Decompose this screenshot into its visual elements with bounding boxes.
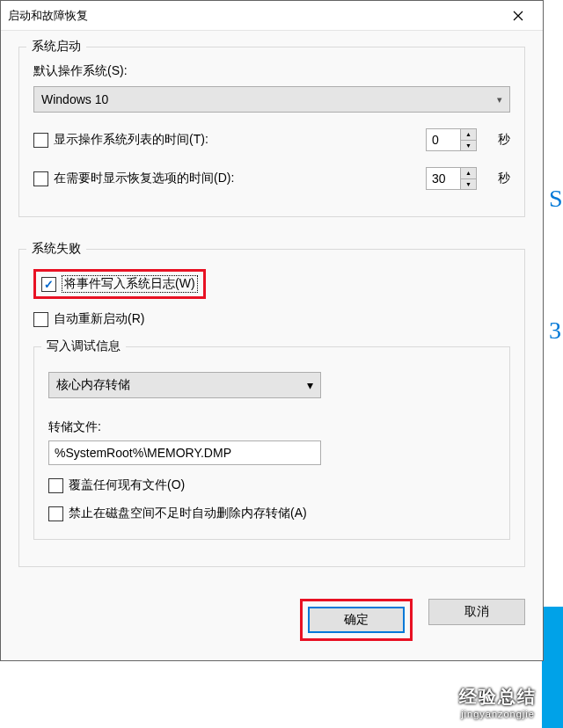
debug-type-value: 核心内存转储 xyxy=(56,377,130,393)
write-event-log-checkbox[interactable] xyxy=(41,277,56,292)
group-legend: 写入调试信息 xyxy=(41,339,126,354)
show-recovery-value[interactable] xyxy=(426,167,461,190)
watermark-title: 经验总结 xyxy=(459,685,537,709)
show-os-list-value[interactable] xyxy=(426,128,461,151)
titlebar: 启动和故障恢复 xyxy=(1,1,543,31)
cancel-button[interactable]: 取消 xyxy=(428,599,525,625)
default-os-label: 默认操作系统(S): xyxy=(33,63,510,79)
show-os-list-label: 显示操作系统列表的时间(T): xyxy=(54,132,208,148)
dialog-content: 系统启动 默认操作系统(S): Windows 10 ▾ 显示操作系统列表的时间… xyxy=(1,31,543,660)
show-recovery-spinner[interactable]: ▲ ▼ xyxy=(426,167,479,190)
show-recovery-checkbox[interactable] xyxy=(33,171,48,186)
dump-file-label: 转储文件: xyxy=(48,419,495,435)
spinner-down-icon[interactable]: ▼ xyxy=(461,179,476,190)
system-failure-group: 系统失败 将事件写入系统日志(W) 自动重新启动(R) 写入调试信息 核心内存转… xyxy=(18,249,525,567)
bg-letter: S xyxy=(549,185,563,213)
write-event-log-label: 将事件写入系统日志(W) xyxy=(62,275,198,293)
debug-type-dropdown[interactable]: 核心内存转储 ▾ xyxy=(48,372,321,398)
background-strip: S 3 xyxy=(542,35,563,728)
close-icon xyxy=(513,11,523,21)
bg-letter: 3 xyxy=(549,317,561,345)
ok-button[interactable]: 确定 xyxy=(308,607,405,633)
system-startup-group: 系统启动 默认操作系统(S): Windows 10 ▾ 显示操作系统列表的时间… xyxy=(18,47,525,217)
disable-auto-delete-checkbox[interactable] xyxy=(48,506,63,521)
spinner-down-icon[interactable]: ▼ xyxy=(461,141,476,151)
write-event-log-highlight: 将事件写入系统日志(W) xyxy=(33,269,206,299)
chevron-down-icon: ▾ xyxy=(307,378,313,392)
seconds-unit: 秒 xyxy=(498,171,510,186)
auto-restart-label: 自动重新启动(R) xyxy=(54,311,144,327)
watermark-subtitle: jingyanzongjie xyxy=(459,709,537,719)
group-legend: 系统启动 xyxy=(26,39,86,55)
show-os-list-checkbox[interactable] xyxy=(33,133,48,148)
show-recovery-label: 在需要时显示恢复选项的时间(D): xyxy=(54,171,234,186)
close-button[interactable] xyxy=(501,4,536,28)
disable-auto-delete-label: 禁止在磁盘空间不足时自动删除内存转储(A) xyxy=(69,506,307,521)
dialog-buttons: 确定 取消 xyxy=(18,599,525,641)
chevron-down-icon: ▾ xyxy=(497,94,502,106)
overwrite-checkbox[interactable] xyxy=(48,478,63,493)
dump-file-input[interactable] xyxy=(48,440,321,465)
show-os-list-spinner[interactable]: ▲ ▼ xyxy=(426,128,479,151)
auto-restart-checkbox[interactable] xyxy=(33,312,48,327)
seconds-unit: 秒 xyxy=(498,132,510,148)
startup-recovery-dialog: 启动和故障恢复 系统启动 默认操作系统(S): Windows 10 ▾ 显示操… xyxy=(0,0,544,661)
overwrite-label: 覆盖任何现有文件(O) xyxy=(69,477,185,493)
watermark: 经验总结 jingyanzongjie xyxy=(459,685,537,719)
debug-info-group: 写入调试信息 核心内存转储 ▾ 转储文件: 覆盖任何现有文件(O) 禁止在磁盘空… xyxy=(33,346,510,540)
spinner-up-icon[interactable]: ▲ xyxy=(461,168,476,179)
spinner-up-icon[interactable]: ▲ xyxy=(461,129,476,141)
dialog-title: 启动和故障恢复 xyxy=(8,8,501,24)
default-os-dropdown[interactable]: Windows 10 ▾ xyxy=(33,86,510,113)
ok-button-highlight: 确定 xyxy=(300,599,413,641)
default-os-value: Windows 10 xyxy=(41,92,108,106)
group-legend: 系统失败 xyxy=(26,241,86,257)
